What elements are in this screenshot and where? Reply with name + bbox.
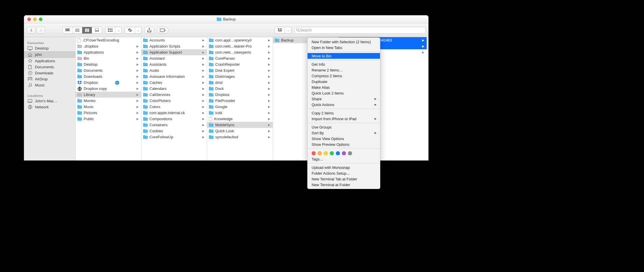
column-item[interactable]: Colors▶	[141, 104, 207, 110]
ctx-get-info[interactable]: Get Info	[308, 61, 380, 67]
view-icons-button[interactable]	[63, 27, 72, 33]
back-button[interactable]	[27, 27, 35, 34]
column-item[interactable]: Music▶	[76, 104, 141, 110]
column-item[interactable]: CrashReporter▶	[207, 61, 273, 67]
ctx-duplicate[interactable]: Duplicate	[308, 79, 380, 84]
sidebar-item-desktop[interactable]: Desktop	[24, 45, 75, 51]
ctx-import[interactable]: Import from iPhone or iPad	[308, 116, 380, 122]
column-item[interactable]: Caches▶	[141, 80, 207, 86]
ctx-copy[interactable]: Copy 2 Items	[308, 110, 380, 116]
ctx-make-alias[interactable]: Make Alias	[308, 84, 380, 90]
column-item[interactable]: Google▶	[207, 104, 273, 110]
column-item[interactable]: Dropbox copy▶	[76, 86, 141, 92]
column-item[interactable]: Movies▶	[76, 98, 141, 104]
sidebar-item-network[interactable]: Network	[24, 104, 75, 110]
column-item[interactable]: Audio▶	[141, 67, 207, 73]
ctx-terminal-window[interactable]: New Terminal at Folder	[308, 182, 380, 188]
column-item[interactable]: Documents▶	[76, 67, 141, 73]
sidebar-item-mac[interactable]: John's Mac…	[24, 98, 75, 104]
ctx-new-folder[interactable]: New Folder with Selection (2 Items)	[308, 39, 380, 45]
column-item[interactable]: Compositions▶	[141, 116, 207, 122]
ctx-share[interactable]: Share	[308, 96, 380, 102]
column-item[interactable]: Dropbox▶	[207, 92, 273, 98]
sidebar-item-music[interactable]: Music	[24, 82, 75, 88]
view-gallery-button[interactable]	[92, 27, 102, 33]
column-item[interactable]: Dropbox⟳▶	[76, 80, 141, 86]
zoom-window-button[interactable]	[39, 18, 42, 21]
ctx-quick-actions[interactable]: Quick Actions	[308, 102, 380, 107]
tag-color[interactable]	[342, 151, 346, 155]
column-item[interactable]: CallServices▶	[141, 92, 207, 98]
column-item[interactable]: syncdefaultsd▶	[207, 134, 273, 140]
column-item[interactable]: CoreFollowUp▶	[141, 134, 207, 140]
ctx-open-tabs[interactable]: Open in New Tabs	[308, 45, 380, 50]
ctx-tags-more[interactable]: Tags…	[308, 156, 380, 162]
minimize-window-button[interactable]	[33, 18, 37, 21]
close-window-button[interactable]	[27, 18, 31, 21]
column-item[interactable]: Downloads▶	[76, 73, 141, 80]
tag-color[interactable]	[348, 151, 352, 155]
column-item[interactable]: Assistants▶	[141, 61, 207, 67]
column-item[interactable]: Cookies▶	[141, 128, 207, 134]
tag-color[interactable]	[324, 151, 328, 155]
column-item[interactable]: com.apple.internal.ck▶	[141, 110, 207, 116]
column-item[interactable]: Disk Expert▶	[207, 67, 273, 73]
column-item[interactable]: Application Scripts▶	[141, 43, 207, 49]
column-item[interactable]: Containers▶	[141, 122, 207, 128]
dropbox-toolbar-button[interactable]: ⌵	[275, 27, 291, 34]
share-button[interactable]	[144, 27, 154, 34]
ctx-preview-options[interactable]: Show Preview Options	[308, 141, 380, 147]
tags-button[interactable]	[157, 27, 169, 34]
sidebar-item-documents[interactable]: Documents	[24, 64, 75, 70]
column-item[interactable]: FileProvider▶	[207, 98, 273, 104]
view-columns-button[interactable]	[82, 27, 92, 33]
tag-color[interactable]	[318, 151, 322, 155]
column-item[interactable]: Public▶	[76, 116, 141, 122]
column-item[interactable]: Applications▶	[76, 49, 141, 55]
column-item[interactable]: dmd▶	[207, 80, 273, 86]
ctx-quick-look[interactable]: Quick Look 2 Items	[308, 90, 380, 96]
sidebar-item-applications[interactable]: Applications	[24, 58, 75, 64]
sidebar-item-downloads[interactable]: Downloads	[24, 70, 75, 76]
column-item[interactable]: CoreParsec▶	[207, 55, 273, 61]
column-item[interactable]: Autosave Information▶	[141, 73, 207, 80]
ctx-move-bin[interactable]: Move to Bin	[308, 53, 380, 59]
ctx-compress[interactable]: Compress 2 Items	[308, 73, 380, 79]
tag-color[interactable]	[312, 151, 316, 155]
ctx-terminal-tab[interactable]: New Terminal Tab at Folder	[308, 176, 380, 182]
column-item[interactable]: Assistant▶	[141, 55, 207, 61]
column-item[interactable]: Library▶	[76, 92, 141, 98]
group-button[interactable]: ⌵	[105, 27, 122, 34]
ctx-use-groups[interactable]: Use Groups	[308, 124, 380, 130]
column-item[interactable]: ColorPickers▶	[141, 98, 207, 104]
column-item[interactable]: Calendars▶	[141, 86, 207, 92]
search-field[interactable]	[294, 27, 426, 34]
ctx-monosnap[interactable]: Upload with Monosnap	[308, 165, 380, 170]
sidebar-item-john[interactable]: john	[24, 51, 75, 58]
ctx-rename[interactable]: Rename 2 Items…	[308, 67, 380, 73]
column-item[interactable]: com.nekt…iskexperts▶	[207, 49, 273, 55]
column-item[interactable]: .CFUserTextEncoding	[76, 37, 141, 43]
column-item[interactable]: Quick Look▶	[207, 128, 273, 134]
column-item[interactable]: Desktop▶	[76, 61, 141, 67]
column-item[interactable]: icdd▶	[207, 110, 273, 116]
column-item[interactable]: Bin▶	[76, 55, 141, 61]
column-item[interactable]: .dropbox▶	[76, 43, 141, 49]
column-item[interactable]: Dock▶	[207, 86, 273, 92]
column-item[interactable]: DiskImages▶	[207, 73, 273, 80]
view-list-button[interactable]	[72, 27, 82, 33]
column-item[interactable]: Application Support▶	[141, 49, 207, 55]
search-input[interactable]	[300, 28, 424, 32]
ctx-view-options[interactable]: Show View Options	[308, 136, 380, 141]
ctx-folder-actions[interactable]: Folder Actions Setup…	[308, 170, 380, 176]
column-item[interactable]: Knowledge▶	[207, 116, 273, 122]
tag-color[interactable]	[330, 151, 334, 155]
column-item[interactable]: Accounts▶	[141, 37, 207, 43]
sidebar-item-airdrop[interactable]: AirDrop	[24, 76, 75, 82]
column-item[interactable]: MobileSync▶	[207, 122, 273, 128]
forward-button[interactable]	[36, 27, 45, 34]
column-item[interactable]: Pictures▶	[76, 110, 141, 116]
column-item[interactable]: com.appl…sparencyd▶	[207, 37, 273, 43]
action-button[interactable]: ⌵	[125, 27, 141, 34]
tag-color[interactable]	[336, 151, 340, 155]
